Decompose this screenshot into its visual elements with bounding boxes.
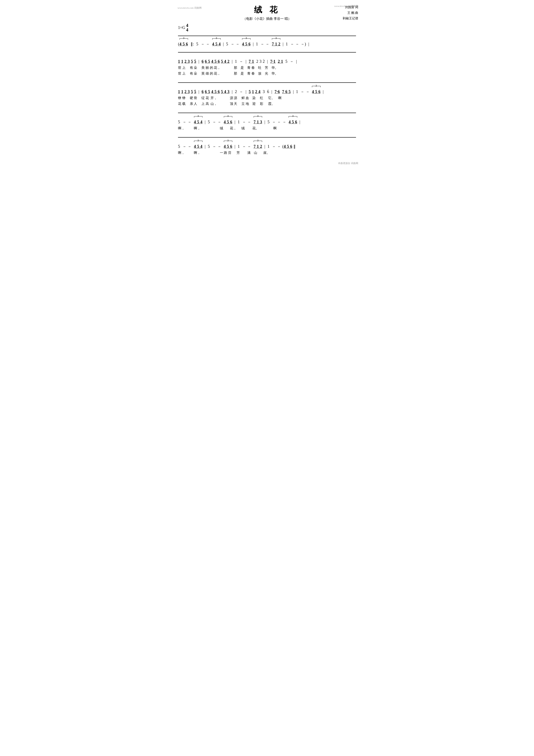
- chorus1-lyric: 啊， 啊， 绒 花， 绒 花。 啊: [178, 125, 356, 131]
- chorus1-notes: 5 － － 4 5 4 3 | 5 － － 4 5 6 3 | 1 － － 7 …: [178, 119, 356, 125]
- intro-section: ( 4 5 6 3 ‖: 5 － － 4 5 4 3 | 5 － － 4 5 6…: [178, 36, 356, 47]
- chorus2-notes: 5 － － 4 5 4 3 | 5 － － 4 5 6 3 | 1 － － 7 …: [178, 144, 356, 149]
- transcriber: 剥椒王记谱: [343, 15, 358, 21]
- key-signature: 1=G: [178, 25, 185, 30]
- composer: 王 酩 曲: [343, 10, 358, 15]
- verse2-section: 1 1 2 3 5 5· | 6 6 5 4 5 6 5 4 3 | 2 － |…: [178, 82, 356, 106]
- verse2-lyric2: 花 载 亲 人 上 高 山， 顶 天 立 地 迎 彩 霞。: [178, 101, 356, 106]
- intro-line: ( 4 5 6 3 ‖: 5 － － 4 5 4 3 | 5 － － 4 5 6…: [178, 41, 356, 47]
- watermark-bottom-right: 本曲谱源自 词曲网: [176, 162, 358, 165]
- verse1-lyric2: 世 上 有 朵 英 雄 的 花， 那 是 青 春 放 光 华。: [178, 71, 356, 76]
- verse1-lyric1: 世 上 有 朵 美 丽 的 花， 那 是 青 春 吐 芳 华。: [178, 65, 356, 70]
- credits: 刘国富 词 王 酩 曲 剥椒王记谱: [343, 5, 358, 21]
- score-container: ( 4 5 6 3 ‖: 5 － － 4 5 4 3 | 5 － － 4 5 6…: [176, 36, 358, 155]
- chorus2-lyric: 啊， 啊， 一 路 芬 芳 满 山 崖。: [178, 150, 356, 155]
- time-signature: 4 4: [186, 23, 188, 32]
- chorus1-section: 5 － － 4 5 4 3 | 5 － － 4 5 6 3 | 1 － － 7 …: [178, 113, 356, 131]
- song-title: 绒 花: [176, 5, 358, 15]
- verse2-lyric1: 铮 铮 硬 骨 绽 花 开， 沥 沥 鲜 血 染 红 它。 啊: [178, 95, 356, 101]
- song-subtitle: （电影《小花》插曲 李谷一 唱）: [176, 17, 358, 21]
- verse1-notes: 1 1 2 3 5 5· | 6 6 5 4 5 6 5 4 2 | 1 － |…: [178, 59, 356, 64]
- lyricist: 刘国富 词: [343, 5, 358, 10]
- verse2-notes: 1 1 2 3 5 5· | 6 6 5 4 5 6 5 4 3 | 2 － |…: [178, 89, 356, 94]
- verse1-section: 1 1 2 3 5 5· | 6 6 5 4 5 6 5 4 2 | 1 － |…: [178, 52, 356, 76]
- chorus2-section: 5 － － 4 5 4 3 | 5 － － 4 5 6 3 | 1 － － 7 …: [178, 137, 356, 155]
- header: 绒 花 （电影《小花》插曲 李谷一 唱） 刘国富 词 王 酩 曲 剥椒王记谱: [176, 5, 358, 21]
